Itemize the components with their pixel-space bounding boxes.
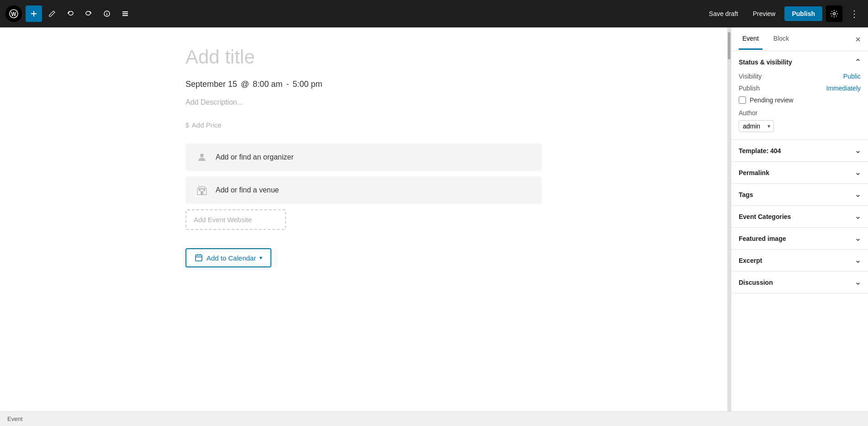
sidebar-body: Status & visibility ⌃ Visibility Public … <box>731 51 868 411</box>
section-status-visibility-label: Status & visibility <box>739 59 792 66</box>
section-event-categories-label: Event Categories <box>739 213 791 220</box>
status-bar: Event <box>0 411 868 426</box>
svg-rect-12 <box>201 191 203 195</box>
organizer-box[interactable]: Add or find an organizer <box>185 144 542 171</box>
event-time-separator: - <box>286 80 289 89</box>
organizer-icon <box>195 150 209 165</box>
wp-logo: W <box>5 5 22 22</box>
event-datetime: September 15 @ 8:00 am - 5:00 pm <box>185 80 542 89</box>
section-template-label: Template: 404 <box>739 147 781 154</box>
publish-value[interactable]: Immediately <box>826 85 861 92</box>
section-event-categories-header[interactable]: Event Categories ⌄ <box>731 206 868 227</box>
add-to-calendar-label: Add to Calendar <box>206 254 256 262</box>
event-date[interactable]: September 15 <box>185 80 237 89</box>
section-tags-header[interactable]: Tags ⌄ <box>731 184 868 205</box>
section-tags: Tags ⌄ <box>731 184 868 206</box>
author-label: Author <box>739 109 861 117</box>
redo-button[interactable] <box>80 5 97 22</box>
pending-review-checkbox[interactable] <box>739 96 746 104</box>
sidebar: Event Block × Status & visibility ⌃ Visi… <box>731 27 868 411</box>
tab-event[interactable]: Event <box>739 28 762 50</box>
section-excerpt-header[interactable]: Excerpt ⌄ <box>731 250 868 271</box>
section-featured-image-label: Featured image <box>739 235 786 242</box>
svg-point-9 <box>200 154 204 157</box>
section-template-header[interactable]: Template: 404 ⌄ <box>731 140 868 161</box>
edit-mode-button[interactable] <box>44 5 60 22</box>
price-icon: $ <box>185 122 189 129</box>
section-permalink-chevron: ⌄ <box>855 168 861 177</box>
section-permalink-header[interactable]: Permalink ⌄ <box>731 162 868 183</box>
event-start-time[interactable]: 8:00 am <box>253 80 282 89</box>
section-discussion-header[interactable]: Discussion ⌄ <box>731 272 868 293</box>
section-template-chevron: ⌄ <box>855 146 861 155</box>
section-permalink: Permalink ⌄ <box>731 162 868 184</box>
svg-rect-5 <box>122 11 128 12</box>
sidebar-header: Event Block × <box>731 27 868 51</box>
svg-rect-13 <box>199 190 201 191</box>
svg-rect-7 <box>122 15 128 16</box>
section-featured-image-chevron: ⌄ <box>855 234 861 243</box>
add-block-button[interactable] <box>26 5 42 22</box>
svg-rect-14 <box>203 190 205 191</box>
toolbar: W <box>0 0 868 27</box>
section-event-categories-chevron: ⌄ <box>855 212 861 221</box>
section-discussion: Discussion ⌄ <box>731 272 868 293</box>
svg-rect-3 <box>31 13 37 14</box>
svg-rect-15 <box>196 255 202 261</box>
author-select[interactable]: admin <box>739 120 774 132</box>
visibility-value[interactable]: Public <box>843 73 861 80</box>
save-draft-button[interactable]: Save draft <box>704 7 744 20</box>
venue-box[interactable]: Add or find a venue <box>185 176 542 204</box>
scrollbar-thumb <box>728 32 730 59</box>
more-options-button[interactable]: ⋮ <box>846 5 863 22</box>
info-button[interactable] <box>99 5 115 22</box>
list-view-button[interactable] <box>117 5 133 22</box>
author-select-wrap: admin <box>739 120 774 132</box>
settings-button[interactable] <box>826 5 842 22</box>
pending-review-row: Pending review <box>739 96 861 104</box>
organizer-label: Add or find an organizer <box>216 153 294 161</box>
section-permalink-label: Permalink <box>739 169 769 176</box>
event-price-input[interactable]: $ Add Price <box>185 121 542 129</box>
editor-area: Add title September 15 @ 8:00 am - 5:00 … <box>0 27 727 411</box>
add-to-calendar-button[interactable]: Add to Calendar ▾ <box>185 248 271 267</box>
svg-text:W: W <box>11 11 16 17</box>
sidebar-close-button[interactable]: × <box>855 35 861 44</box>
event-end-time[interactable]: 5:00 pm <box>292 80 322 89</box>
event-at: @ <box>241 80 249 89</box>
publish-button[interactable]: Publish <box>784 6 822 21</box>
undo-button[interactable] <box>62 5 79 22</box>
post-title-input[interactable]: Add title <box>185 46 542 69</box>
section-excerpt: Excerpt ⌄ <box>731 250 868 272</box>
preview-button[interactable]: Preview <box>747 7 781 20</box>
section-excerpt-label: Excerpt <box>739 257 762 264</box>
section-status-visibility-chevron: ⌃ <box>855 58 861 66</box>
section-template: Template: 404 ⌄ <box>731 140 868 162</box>
event-description-input[interactable]: Add Description... <box>185 98 542 106</box>
editor-content: Add title September 15 @ 8:00 am - 5:00 … <box>185 46 542 277</box>
section-tags-chevron: ⌄ <box>855 190 861 199</box>
section-status-visibility-header[interactable]: Status & visibility ⌃ <box>731 51 868 73</box>
section-featured-image-header[interactable]: Featured image ⌄ <box>731 228 868 249</box>
event-website-input[interactable]: Add Event Website <box>185 209 286 230</box>
section-status-visibility: Status & visibility ⌃ Visibility Public … <box>731 51 868 140</box>
price-label: Add Price <box>192 121 222 129</box>
svg-point-8 <box>833 13 836 15</box>
venue-label: Add or find a venue <box>216 186 279 194</box>
tab-block[interactable]: Block <box>770 28 793 50</box>
section-discussion-chevron: ⌄ <box>855 278 861 287</box>
pending-review-label: Pending review <box>750 96 794 104</box>
section-excerpt-chevron: ⌄ <box>855 256 861 265</box>
visibility-label: Visibility <box>739 73 762 80</box>
section-featured-image: Featured image ⌄ <box>731 228 868 250</box>
section-discussion-label: Discussion <box>739 279 773 286</box>
svg-rect-11 <box>199 186 205 189</box>
main-layout: Add title September 15 @ 8:00 am - 5:00 … <box>0 27 868 411</box>
editor-scrollbar[interactable] <box>727 27 731 411</box>
status-bar-label: Event <box>7 415 22 422</box>
section-status-visibility-body: Visibility Public Publish Immediately Pe… <box>731 73 868 139</box>
add-to-calendar-chevron: ▾ <box>259 255 262 261</box>
publish-label: Publish <box>739 85 760 92</box>
section-tags-label: Tags <box>739 191 753 198</box>
publish-row: Publish Immediately <box>739 85 861 92</box>
